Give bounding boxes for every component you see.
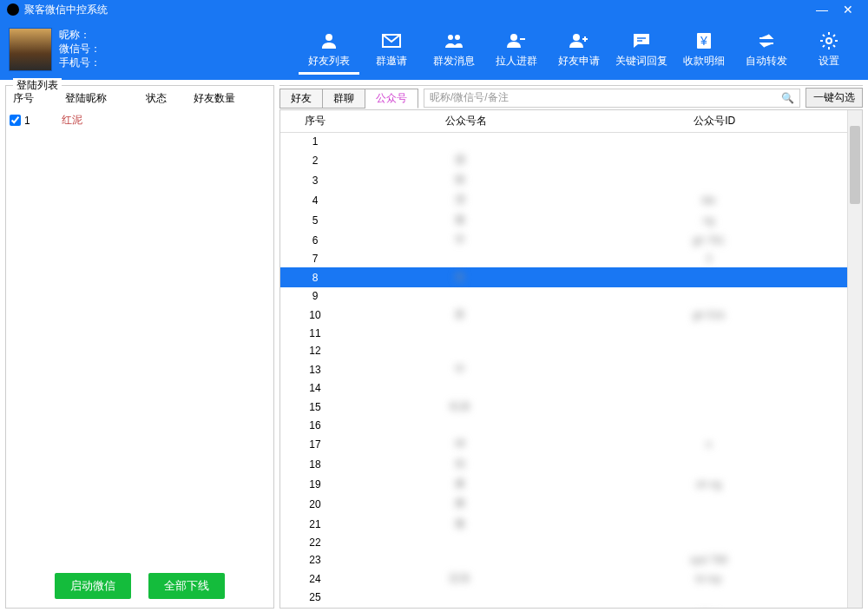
cell-num: 17 [280,434,350,454]
tab-group-chat[interactable]: 群聊 [323,89,365,109]
table-row[interactable]: 17绅 n [280,434,847,454]
nav-bar: 好友列表 群邀请 群发消息 拉人进群 好友申请 关键词回复 ¥ 收款明细 自动转 [101,24,859,75]
tab-friend[interactable]: 好友 [279,89,323,109]
table-row[interactable]: 14 [280,379,847,397]
table-row[interactable]: 10新 gh 51b [280,305,847,325]
cell-num: 26 [280,606,350,608]
table-row[interactable]: 6学 gh 781 [280,230,847,250]
table-row[interactable]: 13中 [280,359,847,379]
col-count-header: 好友数量 [190,91,271,106]
nav-settings[interactable]: 设置 [799,24,859,75]
table-row[interactable]: 26 wp x [280,606,847,608]
table-row[interactable]: 3骑 [280,170,847,190]
search-input[interactable]: 昵称/微信号/备注 🔍 [424,89,800,108]
cell-id [582,342,847,359]
cell-id [582,325,847,342]
cell-name [350,551,582,569]
minimize-button[interactable]: — [809,3,835,16]
cell-id [582,397,847,417]
cell-name [350,417,582,434]
nav-friend-list[interactable]: 好友列表 [299,24,359,75]
table-row[interactable]: 2朋 [280,150,847,170]
vertical-scrollbar[interactable] [847,110,862,608]
nav-group-invite[interactable]: 群邀请 [361,24,422,75]
cell-name: 绅 [350,434,582,454]
cell-name: 腾 [350,494,582,514]
table-row[interactable]: 19爆 sh ng [280,474,847,494]
app-icon [7,3,19,16]
close-button[interactable]: ✕ [835,3,861,16]
login-row-checkbox[interactable] [10,115,21,126]
cell-id: ng [582,210,847,230]
table-row[interactable]: 21微 [280,514,847,534]
table-row[interactable]: 11 [280,325,847,342]
table-row[interactable]: 9 [280,287,847,305]
cell-name: 爆 [350,474,582,494]
table-row[interactable]: 18别 [280,454,847,474]
table-row[interactable]: 22 [280,534,847,551]
login-row[interactable]: 1 红泥 [6,111,273,129]
header: 昵称： 微信号： 手机号： 好友列表 群邀请 群发消息 拉人进群 好友申请 关键… [0,19,868,80]
cell-name [350,250,582,267]
cell-num: 12 [280,342,350,359]
table-row[interactable]: 12 [280,342,847,359]
nav-auto-forward[interactable]: 自动转发 [736,24,797,75]
th-name[interactable]: 公众号名 [350,110,582,133]
th-id[interactable]: 公众号ID [582,110,847,133]
cell-name: 微 [350,210,582,230]
cell-name: 目 [350,267,582,287]
cell-name: 骑 [350,170,582,190]
svg-text:¥: ¥ [700,34,707,48]
table-row[interactable]: 16 [280,417,847,434]
cell-id: wp x [582,606,847,608]
select-all-button[interactable]: 一键勾选 [806,88,863,108]
col-num-header: 序号 [10,91,62,106]
cell-num: 25 [280,589,350,606]
cny-icon: ¥ [674,28,734,54]
tab-official[interactable]: 公众号 [365,89,418,109]
th-num[interactable]: 序号 [280,110,350,133]
cell-name [350,287,582,305]
nav-payment-detail[interactable]: ¥ 收款明细 [674,24,734,75]
cell-id [582,589,847,606]
app-title: 聚客微信中控系统 [24,3,809,17]
nav-friend-request[interactable]: 好友申请 [549,24,609,75]
table-row[interactable]: 7 3 [280,250,847,267]
nav-pull-group[interactable]: 拉人进群 [486,24,547,75]
cell-id [582,514,847,534]
cell-num: 15 [280,397,350,417]
table-row[interactable]: 25 [280,589,847,606]
cell-id [582,133,847,151]
sync-icon [736,28,797,54]
nav-keyword-reply[interactable]: 关键词回复 [611,24,672,75]
all-offline-button[interactable]: 全部下线 [148,573,225,599]
cell-num: 6 [280,230,350,250]
cell-name [350,534,582,551]
table-row[interactable]: 8目 [280,267,847,287]
scroll-thumb[interactable] [850,126,860,204]
nav-mass-send[interactable]: 群发消息 [424,24,484,75]
profile-block: 昵称： 微信号： 手机号： [9,28,101,71]
cell-id: spd 788 [582,551,847,569]
svg-point-7 [826,38,832,43]
cell-name: 中 [350,359,582,379]
table-row[interactable]: 4漂 ttle [280,190,847,210]
table-row[interactable]: 24区块 bl mp [280,569,847,589]
wechat-label: 微信号： [59,42,101,56]
cell-num: 2 [280,150,350,170]
table-row[interactable]: 5微 ng [280,210,847,230]
cell-name: 区块 [350,569,582,589]
start-wechat-button[interactable]: 启动微信 [55,573,131,599]
col-status-header: 状态 [142,91,190,106]
cell-num: 5 [280,210,350,230]
table-row[interactable]: 20腾 [280,494,847,514]
cell-num: 22 [280,534,350,551]
table-row[interactable]: 1 [280,133,847,151]
table-row[interactable]: 15松身 [280,397,847,417]
cell-id: bl mp [582,569,847,589]
svg-point-4 [573,34,580,41]
cell-num: 19 [280,474,350,494]
table-row[interactable]: 23 spd 788 [280,551,847,569]
cell-id [582,170,847,190]
cell-num: 23 [280,551,350,569]
